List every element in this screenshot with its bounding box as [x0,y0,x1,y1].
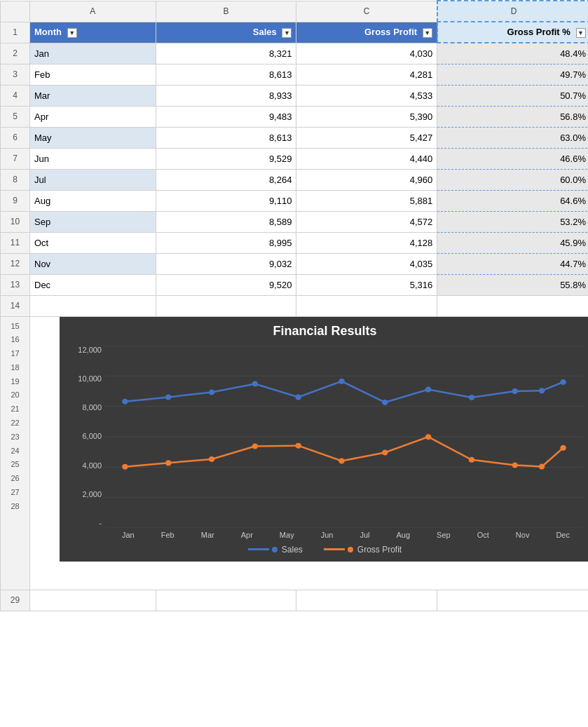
x-label: Aug [397,531,411,539]
col-header-b: B [156,1,296,22]
month-cell[interactable]: May [30,127,156,148]
table-row: 7 Jun 9,529 4,440 46.6% [1,148,589,169]
table-row: 6 May 8,613 5,427 63.0% [1,127,589,148]
gp-cell[interactable]: 5,316 [296,274,437,295]
sales-cell[interactable]: 9,032 [156,253,296,274]
gp-dot [339,458,345,463]
sales-cell[interactable]: 8,321 [156,43,296,64]
pct-cell[interactable]: 50.7% [437,85,588,106]
gp-cell[interactable]: 4,533 [296,85,437,106]
gp-dot [560,444,566,450]
gp-pct-header-text: Gross Profit % [507,27,570,37]
gross-profit-pct-header[interactable]: Gross Profit % ▼ [437,22,588,43]
x-label: Nov [516,531,530,539]
month-cell[interactable]: Aug [30,190,156,211]
sales-cell[interactable]: 8,933 [156,85,296,106]
month-cell[interactable]: Nov [30,253,156,274]
pct-cell[interactable]: 63.0% [437,127,588,148]
pct-cell[interactable]: 48.4% [437,43,588,64]
chart-title: Financial Results [67,324,583,339]
gross-profit-header[interactable]: Gross Profit ▼ [296,22,437,43]
row-num-9: 9 [1,190,30,211]
sales-legend-line [248,548,269,550]
sales-dot [339,378,345,383]
pct-cell[interactable]: 49.7% [437,64,588,85]
sales-dropdown-icon[interactable]: ▼ [282,28,292,38]
row-num-8: 8 [1,169,30,190]
row-num-4: 4 [1,85,30,106]
gp-cell[interactable]: 4,128 [296,232,437,253]
sales-cell[interactable]: 8,613 [156,64,296,85]
pct-cell[interactable]: 46.6% [437,148,588,169]
sales-cell[interactable]: 9,483 [156,106,296,127]
spreadsheet: A B C D 1 Month ▼ Sales ▼ Gross Profit ▼… [0,0,588,611]
chart-svg [105,346,583,528]
sales-cell[interactable]: 9,520 [156,274,296,295]
gp-cell[interactable]: 5,427 [296,127,437,148]
month-header[interactable]: Month ▼ [30,22,156,43]
row-num-5: 5 [1,106,30,127]
pct-cell[interactable]: 45.9% [437,232,588,253]
gp-cell[interactable]: 4,281 [296,64,437,85]
gp-cell[interactable]: 4,440 [296,148,437,169]
pct-cell[interactable]: 60.0% [437,169,588,190]
sales-dot [382,399,388,405]
month-cell[interactable]: Feb [30,64,156,85]
row-num-3: 3 [1,64,30,85]
month-cell[interactable]: Apr [30,106,156,127]
gp-dropdown-icon[interactable]: ▼ [423,28,432,38]
month-cell[interactable]: Sep [30,211,156,232]
sales-dot [560,379,566,385]
sales-dot [209,389,215,395]
row-num-1: 1 [1,22,30,43]
sales-dot [295,394,301,400]
gp-dot [425,434,432,440]
month-cell[interactable]: Dec [30,274,156,295]
gp-cell[interactable]: 4,572 [296,211,437,232]
sales-cell[interactable]: 8,264 [156,169,296,190]
sales-cell[interactable]: 8,589 [156,211,296,232]
gp-pct-dropdown-icon[interactable]: ▼ [576,28,586,38]
pct-cell[interactable]: 53.2% [437,211,588,232]
gp-dot [252,443,259,449]
sales-cell[interactable]: 8,613 [156,127,296,148]
y-label: 12,000 [67,346,102,354]
x-label: Feb [161,531,175,539]
gp-legend-dot [348,547,353,552]
sales-header[interactable]: Sales ▼ [156,22,296,43]
sales-line [125,381,563,402]
month-cell[interactable]: Oct [30,232,156,253]
legend-sales: Sales [248,545,303,555]
row-num-14: 14 [1,295,30,316]
pct-cell[interactable]: 64.6% [437,190,588,211]
gp-cell[interactable]: 5,390 [296,106,437,127]
sales-cell[interactable]: 9,529 [156,148,296,169]
x-axis: Jan Feb Mar Apr May Jun Jul Aug Sep Oct … [109,528,583,539]
empty-cell [156,590,296,611]
sales-cell[interactable]: 8,995 [156,232,296,253]
x-label: Oct [477,531,489,539]
sales-cell[interactable]: 9,110 [156,190,296,211]
month-cell[interactable]: Jan [30,43,156,64]
table-row: 2 Jan 8,321 4,030 48.4% [1,43,589,64]
pct-cell[interactable]: 56.8% [437,106,588,127]
month-dropdown-icon[interactable]: ▼ [67,28,77,38]
gp-cell[interactable]: 5,881 [296,190,437,211]
pct-cell[interactable]: 55.8% [437,274,588,295]
y-label: 6,000 [67,432,102,440]
month-cell[interactable]: Jun [30,148,156,169]
sales-dot [425,386,432,392]
pct-cell[interactable]: 44.7% [437,253,588,274]
gp-cell[interactable]: 4,960 [296,169,437,190]
table-row: 10 Sep 8,589 4,572 53.2% [1,211,589,232]
month-cell[interactable]: Jul [30,169,156,190]
x-label: Mar [201,531,214,539]
month-cell[interactable]: Mar [30,85,156,106]
gp-cell[interactable]: 4,030 [296,43,437,64]
x-label: May [280,531,294,539]
x-label: Jul [360,531,369,539]
header-row: 1 Month ▼ Sales ▼ Gross Profit ▼ Gross P… [1,22,589,43]
gp-cell[interactable]: 4,035 [296,253,437,274]
empty-cell [156,295,296,316]
table-row: 8 Jul 8,264 4,960 60.0% [1,169,589,190]
